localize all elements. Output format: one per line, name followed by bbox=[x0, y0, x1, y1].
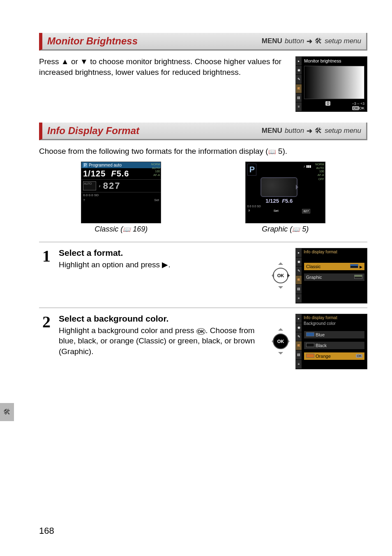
brightness-gradient bbox=[304, 66, 364, 99]
list-subheader: Background color bbox=[302, 321, 367, 327]
divider bbox=[39, 242, 367, 242]
setup-menu-label: setup menu bbox=[325, 37, 361, 45]
page-number: 168 bbox=[39, 526, 54, 536]
classic-aperture: 5.6 bbox=[117, 169, 129, 178]
menu-path: MENU button ➜ 🛠 setup menu bbox=[262, 37, 361, 46]
ok-inline-icon: OK bbox=[196, 328, 206, 335]
graphic-mode: P bbox=[247, 164, 256, 176]
list-item-classic: Classic ▶ bbox=[304, 263, 364, 270]
intro-pre: Choose from the following two formats fo… bbox=[39, 147, 268, 155]
info-display-format-list-screenshot: ▸◉✎🛠▤≡ Info display format Classic ▶ Gra… bbox=[295, 248, 367, 303]
step-2: 2 Select a background color. Highlight a… bbox=[39, 314, 367, 369]
step-number: 2 bbox=[39, 314, 54, 369]
step-2-text: Highlight a background color and press O… bbox=[59, 325, 264, 357]
section-monitor-brightness: Monitor Brightness MENU button ➜ 🛠 setup… bbox=[39, 33, 367, 51]
classic-side-indicators: NORM AUTO100 AF-A bbox=[148, 163, 160, 222]
list-header: Info display format bbox=[302, 314, 367, 321]
list-item-graphic: Graphic bbox=[304, 273, 364, 281]
step-1: 1 Select a format. Highlight an option a… bbox=[39, 248, 367, 303]
classic-shots: 827 bbox=[103, 181, 121, 191]
step-1-text: Highlight an option and press ▶. bbox=[59, 259, 264, 270]
ss-title: Monitor brightness bbox=[302, 57, 367, 65]
info-intro: Choose from the following two formats fo… bbox=[39, 146, 367, 157]
graphic-screenshot: P ♪ ▮▮▮ 1/125 F5.6 0.0 0.0 SD ?Set827 NO… bbox=[245, 162, 325, 223]
multi-selector-icon: OK bbox=[269, 260, 292, 291]
mode-dial-icon bbox=[261, 177, 297, 197]
graphic-side-indicators: NORM AUTO100 AF-A OFF bbox=[313, 162, 325, 223]
multi-selector-icon: OK bbox=[269, 326, 292, 357]
intro-page: 5). bbox=[278, 147, 287, 155]
monitor-brightness-screenshot: ▸◉✎🛠▤≡ Monitor brightness 0 −3 – +3 OKOK bbox=[295, 56, 367, 112]
section-title: Monitor Brightness bbox=[47, 35, 138, 47]
step-2-title: Select a background color. bbox=[59, 314, 264, 324]
section-title: Info Display Format bbox=[47, 125, 139, 137]
brightness-value: 0 bbox=[325, 101, 330, 106]
wrench-icon: 🛠 bbox=[3, 408, 11, 417]
arrow-right-icon: ➜ bbox=[307, 37, 312, 46]
menu-button-label: MENU bbox=[262, 37, 282, 45]
button-word: button bbox=[285, 37, 304, 45]
ok-button-icon: OK bbox=[273, 334, 288, 349]
monitor-brightness-body: Press ▲ or ▼ to choose monitor brightnes… bbox=[39, 56, 287, 77]
book-icon: 📖 bbox=[292, 226, 300, 233]
step-1-title: Select a format. bbox=[59, 248, 264, 258]
graphic-caption: Graphic (📖 5) bbox=[262, 225, 309, 234]
classic-f: F bbox=[111, 169, 116, 178]
list-header: Info display format bbox=[302, 248, 367, 255]
background-color-list-screenshot: ▸◉✎🛠▤≡ Info display format Background co… bbox=[295, 314, 367, 369]
book-icon: 📖 bbox=[123, 226, 131, 233]
classic-format-thumb: PProgrammed auto 1/125 F5.6 AUTO ♪ 827 0… bbox=[81, 162, 161, 234]
divider bbox=[39, 308, 367, 308]
arrow-right-icon: ➜ bbox=[307, 127, 312, 135]
ok-marker: OK bbox=[352, 106, 359, 110]
beep-icon: ♪ bbox=[99, 184, 101, 188]
graphic-shutter: 1/125 bbox=[265, 198, 279, 204]
screenshot-side-tabs: ▸◉✎🛠▤≡ bbox=[296, 57, 302, 111]
classic-mode: Programmed auto bbox=[89, 163, 122, 167]
setup-menu-label: setup menu bbox=[325, 127, 361, 135]
button-word: button bbox=[285, 127, 304, 135]
ok-button-icon: OK bbox=[273, 268, 288, 283]
classic-screenshot: PProgrammed auto 1/125 F5.6 AUTO ♪ 827 0… bbox=[81, 162, 161, 223]
af-area-icon: AUTO bbox=[83, 181, 96, 190]
graphic-shots: 827 bbox=[302, 209, 310, 213]
wrench-icon: 🛠 bbox=[315, 127, 322, 135]
list-item-orange: OrangeOK bbox=[304, 352, 364, 360]
graphic-aperture: 5.6 bbox=[285, 198, 293, 204]
brightness-slider: 0 −3 – +3 bbox=[302, 100, 367, 106]
graphic-format-thumb: P ♪ ▮▮▮ 1/125 F5.6 0.0 0.0 SD ?Set827 NO… bbox=[245, 162, 325, 234]
list-item-blue: Blue bbox=[304, 331, 364, 338]
page-section-tab: 🛠 bbox=[0, 403, 14, 421]
section-info-display-format: Info Display Format MENU button ➜ 🛠 setu… bbox=[39, 123, 367, 140]
wrench-icon: 🛠 bbox=[315, 37, 322, 46]
step-number: 1 bbox=[39, 248, 54, 303]
classic-shutter: 1/125 bbox=[83, 169, 106, 178]
list-item-black: Black bbox=[304, 342, 364, 349]
menu-path: MENU button ➜ 🛠 setup menu bbox=[262, 127, 361, 135]
graphic-strip: 0.0 0.0 SD bbox=[247, 204, 311, 208]
brightness-range: −3 – +3 bbox=[352, 102, 364, 106]
menu-button-label: MENU bbox=[262, 127, 282, 135]
book-icon: 📖 bbox=[268, 148, 276, 155]
classic-caption: Classic (📖 169) bbox=[95, 225, 148, 234]
